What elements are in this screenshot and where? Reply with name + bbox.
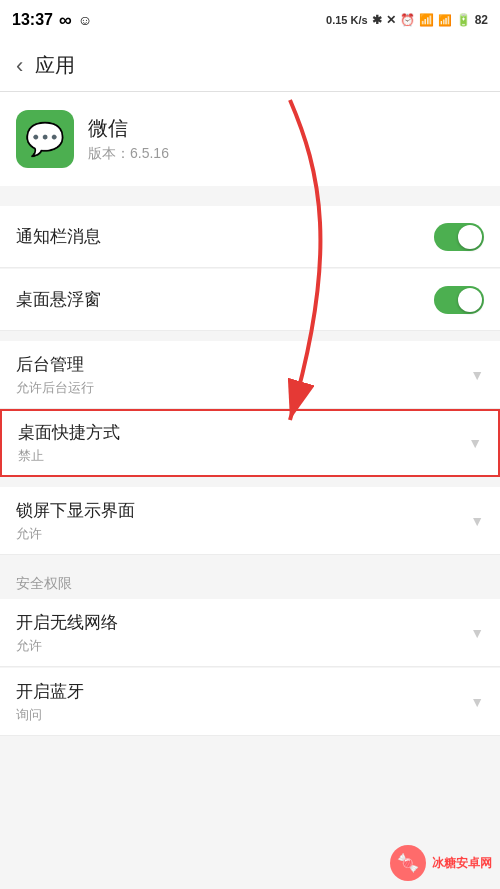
desktop-shortcut-sub: 禁止 <box>18 447 120 465</box>
face-icon: ☺ <box>78 12 92 28</box>
lock-screen-chevron-icon: ▼ <box>470 513 484 529</box>
background-sub: 允许后台运行 <box>16 379 94 397</box>
desktop-shortcut-setting[interactable]: 桌面快捷方式 禁止 ▼ <box>0 409 500 477</box>
desktop-float-setting[interactable]: 桌面悬浮窗 <box>0 269 500 331</box>
wifi-label: 开启无线网络 <box>16 611 118 634</box>
app-details: 微信 版本：6.5.16 <box>88 115 169 163</box>
back-button[interactable]: ‹ <box>16 53 23 79</box>
wifi-chevron-icon: ▼ <box>470 625 484 641</box>
phone-screen: 13:37 ∞ ☺ 0.15 K/s ✱ ✕ ⏰ 📶 📶 🔋 82 ‹ 应用 💬… <box>0 0 500 889</box>
status-right-icons: 0.15 K/s ✱ ✕ ⏰ 📶 📶 🔋 82 <box>326 13 488 27</box>
status-bar: 13:37 ∞ ☺ 0.15 K/s ✱ ✕ ⏰ 📶 📶 🔋 82 <box>0 0 500 40</box>
wifi-setting[interactable]: 开启无线网络 允许 ▼ <box>0 599 500 667</box>
no-signal-icon: ✕ <box>386 13 396 27</box>
background-chevron-icon: ▼ <box>470 367 484 383</box>
bluetooth-left: 开启蓝牙 询问 <box>16 680 84 724</box>
app-info: 💬 微信 版本：6.5.16 <box>0 92 500 186</box>
desktop-shortcut-label: 桌面快捷方式 <box>18 421 120 444</box>
infinity-icon: ∞ <box>59 10 72 31</box>
watermark: 🍬 冰糖安卓网 <box>390 845 492 881</box>
wifi-sub: 允许 <box>16 637 118 655</box>
watermark-candy-icon: 🍬 <box>390 845 426 881</box>
watermark-text: 冰糖安卓网 <box>432 855 492 872</box>
lock-screen-left: 锁屏下显示界面 允许 <box>16 499 135 543</box>
lock-screen-setting[interactable]: 锁屏下显示界面 允许 ▼ <box>0 487 500 555</box>
app-icon: 💬 <box>16 110 74 168</box>
page-title: 应用 <box>35 52 75 79</box>
status-time: 13:37 <box>12 11 53 29</box>
bluetooth-sub: 询问 <box>16 706 84 724</box>
bluetooth-setting[interactable]: 开启蓝牙 询问 ▼ <box>0 668 500 736</box>
desktop-float-toggle[interactable] <box>434 286 484 314</box>
bluetooth-chevron-icon: ▼ <box>470 694 484 710</box>
battery-icon: 🔋 <box>456 13 471 27</box>
data-speed: 0.15 K/s <box>326 14 368 26</box>
wifi-left: 开启无线网络 允许 <box>16 611 118 655</box>
notification-label: 通知栏消息 <box>16 225 101 248</box>
app-version: 版本：6.5.16 <box>88 145 169 163</box>
background-label: 后台管理 <box>16 353 94 376</box>
background-left: 后台管理 允许后台运行 <box>16 353 94 397</box>
lock-screen-sub: 允许 <box>16 525 135 543</box>
clock-icon: ⏰ <box>400 13 415 27</box>
notification-toggle[interactable] <box>434 223 484 251</box>
background-setting[interactable]: 后台管理 允许后台运行 ▼ <box>0 341 500 409</box>
security-section-header: 安全权限 <box>0 565 500 599</box>
lock-screen-label: 锁屏下显示界面 <box>16 499 135 522</box>
desktop-float-label: 桌面悬浮窗 <box>16 288 101 311</box>
wifi-icon: 📶 <box>419 13 434 27</box>
bluetooth-label: 开启蓝牙 <box>16 680 84 703</box>
battery-percent: 82 <box>475 13 488 27</box>
app-name: 微信 <box>88 115 169 142</box>
wechat-logo-icon: 💬 <box>25 120 65 158</box>
desktop-shortcut-chevron-icon: ▼ <box>468 435 482 451</box>
desktop-shortcut-left: 桌面快捷方式 禁止 <box>18 421 120 465</box>
notification-setting[interactable]: 通知栏消息 <box>0 206 500 268</box>
signal-icon: 📶 <box>438 14 452 27</box>
bluetooth-icon: ✱ <box>372 13 382 27</box>
top-nav: ‹ 应用 <box>0 40 500 92</box>
